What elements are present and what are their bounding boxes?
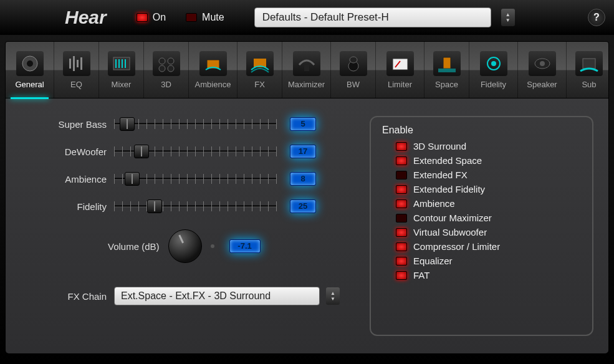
volume-readout: -7.1 bbox=[229, 239, 261, 253]
mute-label: Mute bbox=[202, 12, 224, 23]
enable-checkbox[interactable] bbox=[396, 214, 407, 223]
tab-maximizer[interactable]: Maximizer bbox=[282, 42, 331, 98]
tab-limiter[interactable]: Limiter bbox=[376, 42, 425, 98]
slider-label: DeWoofer bbox=[46, 146, 107, 157]
slider-thumb[interactable] bbox=[147, 199, 162, 213]
volume-row: Volume (dB) -7.1 bbox=[108, 229, 363, 263]
on-led-icon bbox=[137, 13, 148, 22]
svg-point-1 bbox=[27, 60, 33, 67]
chevron-up-icon: ▲ bbox=[506, 12, 511, 17]
fxchain-stepper[interactable]: ▲ ▼ bbox=[326, 287, 340, 305]
general-panel: Super Bass 5 DeWoofer 17 Ambience 8 Fide… bbox=[5, 98, 609, 354]
enable-checkbox[interactable] bbox=[396, 242, 407, 251]
tab-label: Space bbox=[435, 80, 458, 89]
slider-label: Super Bass bbox=[46, 119, 107, 130]
preset-value: Defaults - Default Preset-H bbox=[262, 11, 389, 24]
enable-item: Extended Space bbox=[396, 155, 581, 166]
slider-fidelity: Fidelity 25 bbox=[46, 198, 363, 214]
enable-label: Extended Fidelity bbox=[413, 184, 485, 194]
fx-icon bbox=[246, 51, 274, 76]
chevron-down-icon: ▼ bbox=[330, 296, 335, 302]
enable-item: Virtual Subwoofer bbox=[396, 227, 581, 237]
svg-rect-3 bbox=[73, 56, 75, 71]
tab-sub[interactable]: Sub bbox=[567, 42, 612, 98]
enable-checkbox[interactable] bbox=[396, 199, 407, 208]
enable-label: Contour Maximizer bbox=[413, 213, 492, 223]
enable-checkbox[interactable] bbox=[396, 271, 407, 280]
tab-eq[interactable]: EQ bbox=[54, 42, 99, 98]
fidelity-readout: 25 bbox=[290, 199, 316, 213]
preset-select[interactable]: Defaults - Default Preset-H bbox=[254, 7, 491, 27]
bw-icon bbox=[340, 51, 367, 76]
enable-item: 3D Surround bbox=[396, 141, 581, 151]
tab-bw[interactable]: BW bbox=[331, 42, 376, 98]
slider-thumb[interactable] bbox=[125, 172, 140, 186]
help-button[interactable]: ? bbox=[588, 9, 605, 26]
svg-rect-20 bbox=[393, 59, 408, 70]
tab-label: BW bbox=[347, 80, 360, 89]
enable-checkbox[interactable] bbox=[396, 257, 407, 266]
enable-item: Equalizer bbox=[396, 256, 581, 266]
fxchain-row: FX Chain Ext.Space - Ext.FX - 3D Surroun… bbox=[46, 287, 363, 305]
slider-thumb[interactable] bbox=[120, 117, 135, 131]
volume-knob[interactable] bbox=[168, 229, 202, 263]
svg-rect-8 bbox=[118, 59, 120, 68]
preset-stepper[interactable]: ▲ ▼ bbox=[501, 9, 515, 26]
super-bass-readout: 5 bbox=[290, 117, 316, 131]
tab-space[interactable]: Space bbox=[425, 42, 469, 98]
dewoofer-slider[interactable] bbox=[114, 143, 276, 160]
limiter-icon bbox=[386, 51, 414, 76]
enable-label: Equalizer bbox=[413, 256, 453, 266]
tab-label: General bbox=[15, 80, 44, 89]
fxchain-select[interactable]: Ext.Space - Ext.FX - 3D Surround bbox=[114, 287, 320, 305]
enable-list: 3D SurroundExtended SpaceExtended FXExte… bbox=[382, 141, 581, 280]
mixer-icon bbox=[108, 51, 135, 76]
enable-checkbox[interactable] bbox=[396, 185, 407, 194]
svg-point-19 bbox=[350, 57, 357, 63]
dewoofer-readout: 17 bbox=[290, 145, 316, 158]
enable-label: Compressor / Limiter bbox=[413, 241, 500, 252]
slider-ambience: Ambience 8 bbox=[46, 171, 363, 187]
on-toggle[interactable]: On bbox=[137, 12, 166, 23]
speaker-icon bbox=[529, 51, 556, 76]
slider-thumb[interactable] bbox=[134, 145, 149, 158]
app-title: Hear bbox=[65, 7, 107, 28]
tab-label: Mixer bbox=[112, 80, 132, 89]
svg-rect-5 bbox=[80, 57, 82, 70]
controls-column: Super Bass 5 DeWoofer 17 Ambience 8 Fide… bbox=[21, 116, 363, 336]
tab-3d[interactable]: 3D bbox=[144, 42, 189, 98]
ambience-slider[interactable] bbox=[114, 171, 276, 187]
tab-label: Speaker bbox=[527, 80, 557, 89]
tab-label: Sub bbox=[582, 80, 596, 89]
super-bass-slider[interactable] bbox=[114, 116, 276, 132]
svg-point-24 bbox=[491, 61, 496, 66]
enable-label: FAT bbox=[413, 270, 429, 280]
svg-rect-17 bbox=[304, 65, 309, 71]
titlebar: Hear On Mute Defaults - Default Preset-H… bbox=[0, 0, 614, 35]
tab-fx[interactable]: FX bbox=[237, 42, 282, 98]
enable-label: Ambience bbox=[413, 198, 455, 209]
tab-speaker[interactable]: Speaker bbox=[518, 42, 567, 98]
tab-general[interactable]: General bbox=[6, 42, 54, 98]
general-icon bbox=[16, 51, 44, 76]
enable-checkbox[interactable] bbox=[396, 228, 407, 237]
eq-icon bbox=[63, 51, 90, 76]
mute-toggle[interactable]: Mute bbox=[186, 12, 224, 23]
tab-fidelity[interactable]: Fidelity bbox=[469, 42, 518, 98]
enable-title: Enable bbox=[382, 125, 581, 136]
slider-label: Fidelity bbox=[46, 201, 107, 212]
mute-led-icon bbox=[186, 13, 197, 22]
sub-icon bbox=[575, 51, 603, 76]
enable-label: Extended Space bbox=[413, 155, 482, 166]
enable-checkbox[interactable] bbox=[396, 142, 407, 151]
tab-label: EQ bbox=[70, 80, 82, 89]
maximizer-icon bbox=[293, 51, 320, 76]
tab-mixer[interactable]: Mixer bbox=[99, 42, 144, 98]
on-label: On bbox=[153, 12, 166, 23]
svg-rect-22 bbox=[438, 69, 456, 72]
svg-rect-27 bbox=[583, 59, 595, 69]
enable-checkbox[interactable] bbox=[396, 156, 407, 165]
tab-ambience[interactable]: Ambience bbox=[189, 42, 237, 98]
fidelity-slider[interactable] bbox=[114, 198, 276, 214]
enable-checkbox[interactable] bbox=[396, 171, 407, 180]
